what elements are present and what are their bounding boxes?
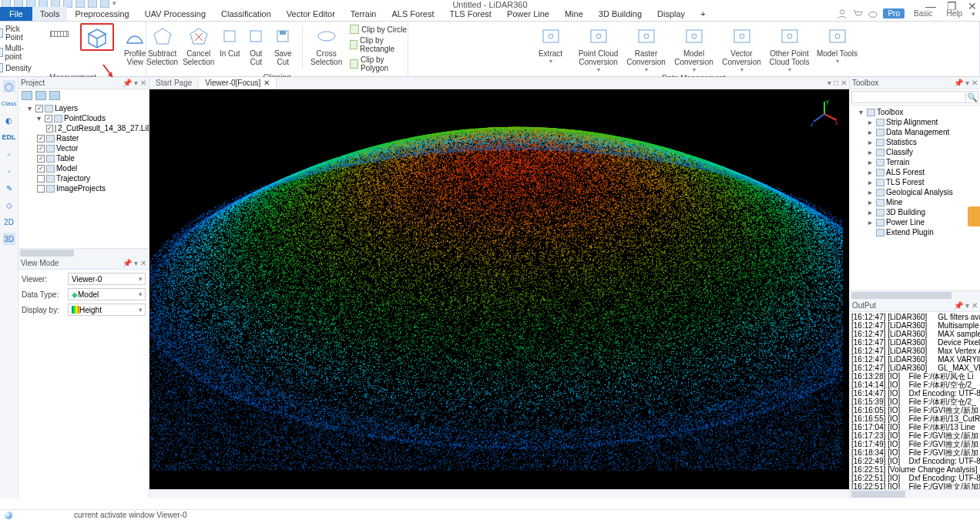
pin-icon[interactable]: 📌 [954,301,963,310]
tab-max-icon[interactable]: □ [834,79,838,87]
log-line[interactable]: [16:18:34] [IO] File F:/GVI推文/新加 [851,448,978,457]
pointcloud-conversion-button[interactable]: Point Cloud Conversion▾ [577,23,620,73]
log-line[interactable]: [16:12:47] [LiDAR360] GL filters ava [851,313,978,321]
user-icon[interactable] [837,8,847,19]
3d-viewport[interactable]: y x z [149,89,849,489]
log-line[interactable]: [16:22:51] [IO] Dxf Encoding: UTF-8 [851,474,978,482]
tab-start-page[interactable]: Start Page [149,77,199,89]
strip-cube1[interactable]: ▫ [3,148,15,160]
menu-preprocessing[interactable]: Preprocessing [67,7,136,21]
cart-icon[interactable] [852,8,863,19]
panel-close-icon[interactable]: ✕ [972,301,978,310]
strip-3d[interactable]: 3D [3,233,15,245]
extract-button[interactable]: Extract▾ [529,23,572,65]
menu-classification[interactable]: Classification [213,7,279,21]
toolbox-item[interactable]: Extend Plugin [851,227,978,237]
pin-icon[interactable]: 📌 [954,79,963,87]
volume-button[interactable] [80,23,113,51]
log-line[interactable]: [16:16:55] [IO] File F:/体积/13_CutR [851,414,978,423]
clip-by-rectangle-button[interactable]: Clip by Rectangle [350,36,408,53]
panel-menu-icon[interactable]: ▾ [965,79,969,87]
pro-badge[interactable]: Pro [883,8,904,18]
menu-display[interactable]: Display [649,7,693,21]
toolbox-item[interactable]: ▸TLS Forest [851,177,978,187]
project-icon-2[interactable] [35,91,46,100]
save-cut-button[interactable]: Save Cut [271,23,294,66]
other-pointcloud-tools-button[interactable]: Other Point Cloud Tools▾ [768,23,811,73]
output-log[interactable]: [16:12:47] [LiDAR360] GL filters ava[16:… [850,312,980,489]
log-line[interactable]: [16:14:47] [IO] Dxf Encoding: UTF-8 [851,389,978,398]
project-hscroll[interactable] [18,248,149,257]
panel-menu-icon[interactable]: ▾ [134,79,138,87]
menu-plus[interactable]: + [693,7,713,21]
search-icon[interactable]: 🔍 [966,91,978,103]
toolbox-item[interactable]: ▸Mine [851,197,978,207]
toolbox-item[interactable]: ▸Data Management [851,127,978,137]
help-link[interactable]: Help [941,8,967,18]
toolbox-item[interactable]: ▸ALS Forest [851,167,978,177]
menu-3d-building[interactable]: 3D Building [591,7,649,21]
output-hscroll[interactable] [850,489,980,498]
menu-collapse-icon[interactable]: ▾ [972,10,975,18]
tab-viewer-0[interactable]: Viewer-0[Focus]✕ [199,77,277,89]
strip-select[interactable]: ◇ [3,199,15,211]
panel-close-icon[interactable]: ✕ [140,79,146,87]
project-tree[interactable]: ▾✓Layers ▾✓PointClouds ✓2_CutResult_14_3… [18,102,149,248]
density-button[interactable]: Density [0,63,38,72]
tab-dropdown-icon[interactable]: ▾ [827,79,831,87]
log-line[interactable]: [16:15:39] [IO] File F:/体积/空仓/2_ [851,398,978,406]
toolbox-item[interactable]: ▸3D Building [851,207,978,217]
pin-icon[interactable]: 📌 [123,79,132,87]
toolbox-tree[interactable]: ▾Toolbox ▸Strip Alignment▸Data Managemen… [850,106,980,290]
project-icon-1[interactable] [22,91,32,100]
strip-edit[interactable]: ✎ [3,182,15,194]
log-line[interactable]: [16:13:28] [IO] File F:/体积/凤仓 Li [851,372,978,381]
log-line[interactable]: [16:22:49] [IO] Dxf Encoding: UTF-8 [851,457,978,465]
log-line[interactable]: [16:14:14] [IO] File F:/体积/空仓/2_ [851,381,978,389]
pick-point-button[interactable]: Pick Point [0,25,38,42]
model-conversion-button[interactable]: Model Conversion▾ [673,23,716,73]
in-cut-button[interactable]: In Cut [219,23,240,58]
panel-menu-icon[interactable]: ▾ [134,259,138,267]
panel-close-icon[interactable]: ✕ [140,259,146,267]
toolbox-hscroll[interactable] [850,290,980,300]
cancel-selection-button[interactable]: Cancel Selection [183,23,214,66]
log-line[interactable]: [16:22:51] [Volume Change Analysis] [851,465,978,474]
toolbox-item[interactable]: ▸Classify [851,147,978,157]
toolbox-item[interactable]: ▸Power Line [851,217,978,227]
menu-file[interactable]: File [0,7,32,21]
side-drawer-tab[interactable] [968,206,980,226]
menu-uav-processing[interactable]: UAV Processing [137,7,213,21]
strip-lasso[interactable]: ◯ [3,80,15,92]
log-line[interactable]: [16:12:47] [LiDAR360] GL_MAX_VERTEX_ [851,364,978,372]
log-line[interactable]: [16:12:47] [LiDAR360] MAX samples: 2 [851,330,978,338]
tab-close-icon[interactable]: ✕ [263,79,270,87]
basic-badge[interactable]: Basic [909,8,937,18]
strip-globe[interactable]: ◐ [3,114,15,126]
toolbox-item[interactable]: ▸Terrain [851,157,978,167]
toolbox-item[interactable]: ▸Statistics [851,137,978,147]
subtract-selection-button[interactable]: Subtract Selection [146,23,178,66]
model-tools-button[interactable]: Model Tools▾ [816,23,859,65]
log-line[interactable]: [16:12:47] [LiDAR360] Max Vertex Att [851,347,978,355]
ruler-button[interactable] [42,23,76,43]
menu-mine[interactable]: Mine [557,7,591,21]
strip-cube2[interactable]: ▫ [3,165,15,177]
panel-menu-icon[interactable]: ▾ [965,301,969,310]
displayby-select[interactable]: Height [68,304,146,316]
viewer-select[interactable]: Viewer-0 [68,273,146,285]
toolbox-item[interactable]: ▸Strip Alignment [851,117,978,127]
cloud-icon[interactable] [868,8,878,19]
log-line[interactable]: [16:12:47] [LiDAR360] Multisample av [851,321,978,330]
log-line[interactable]: [16:17:49] [IO] File F:/GVI推文/新加 [851,440,978,448]
log-line[interactable]: [16:12:47] [LiDAR360] MAX VARYING CO [851,355,978,364]
axis-gizmo[interactable]: y x z [809,99,840,129]
raster-conversion-button[interactable]: Raster Conversion▾ [625,23,668,73]
strip-edl[interactable]: EDL [3,131,15,143]
tab-x-icon[interactable]: ✕ [841,79,847,87]
menu-tools[interactable]: Tools [32,7,68,21]
out-cut-button[interactable]: Out Cut [245,23,267,66]
strip-class[interactable]: Class [3,97,15,109]
menu-terrain[interactable]: Terrain [343,7,384,21]
viewport-hscroll[interactable] [149,489,849,498]
